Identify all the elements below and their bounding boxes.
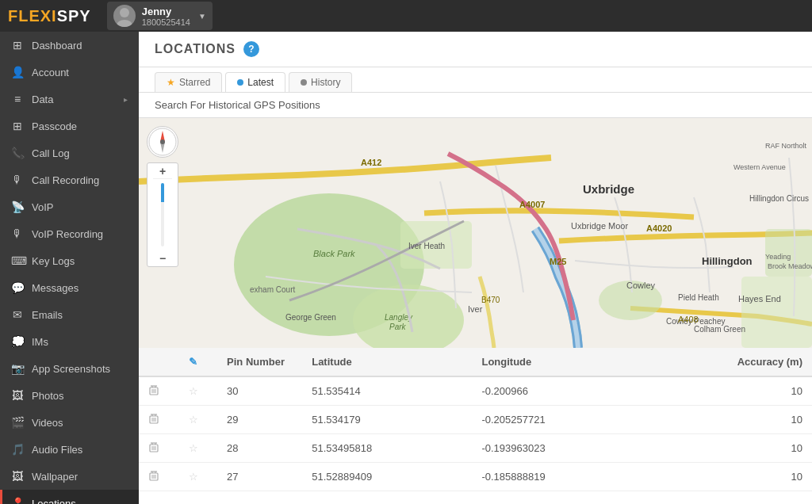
acc-col-header: Accuracy (m) [684, 348, 812, 376]
delete-cell[interactable] [139, 463, 179, 491]
longitude-cell: -0.193963023 [472, 434, 684, 463]
dot-icon [301, 79, 307, 86]
tab-history[interactable]: History [289, 72, 352, 92]
user-selector[interactable]: Jenny 1800525414 ▼ [107, 2, 213, 30]
sidebar-item-app-screenshots[interactable]: 📷 App Screenshots [0, 355, 139, 382]
delete-cell[interactable] [139, 406, 179, 434]
sidebar-item-voip-recording[interactable]: 🎙 VoIP Recording [0, 220, 139, 247]
table-header-row: ✎ Pin Number Latitude Longitude Accuracy… [139, 348, 812, 376]
sidebar-item-call-recording[interactable]: 🎙 Call Recording [0, 166, 139, 193]
sidebar-item-label: Photos [32, 390, 128, 402]
layout: ⊞ Dashboard 👤 Account ≡ Data ▸ ⊞ Passcod… [0, 32, 812, 504]
sidebar-item-emails[interactable]: ✉ Emails [0, 301, 139, 328]
svg-text:Hillingdon Circus: Hillingdon Circus [749, 194, 809, 203]
svg-text:A4007: A4007 [519, 200, 545, 209]
sidebar-item-passcode[interactable]: ⊞ Passcode [0, 113, 139, 139]
table-row: ☆ 30 51.535414 -0.200966 10 [139, 376, 812, 406]
voip-recording-icon: 🎙 [11, 227, 24, 240]
zoom-bar[interactable]: + − [147, 162, 178, 267]
sidebar-item-label: App Screenshots [32, 363, 128, 375]
sidebar-item-data[interactable]: ≡ Data ▸ [0, 86, 139, 113]
delete-cell[interactable] [139, 434, 179, 463]
sidebar-item-call-log[interactable]: 📞 Call Log [0, 139, 139, 166]
svg-text:Hillingdon: Hillingdon [702, 255, 753, 267]
accuracy-cell: 10 [684, 376, 812, 406]
main-content: LOCATIONS ? ★ Starred Latest History Sea… [139, 32, 812, 504]
app-screenshots-icon: 📷 [11, 362, 24, 375]
edit-col-header: ✎ [179, 348, 217, 376]
svg-text:Hayes End: Hayes End [738, 294, 781, 304]
pin-number-cell: 29 [217, 406, 302, 434]
svg-text:Park: Park [389, 323, 407, 331]
sidebar-item-label: Dashboard [32, 40, 128, 52]
sidebar-item-photos[interactable]: 🖼 Photos [0, 382, 139, 409]
locations-icon: 📍 [11, 497, 24, 504]
table-row: ☆ 29 51.534179 -0.205257721 10 [139, 406, 812, 434]
sidebar-item-label: Data [32, 94, 116, 105]
sidebar-item-dashboard[interactable]: ⊞ Dashboard [0, 32, 139, 59]
svg-text:A408: A408 [678, 315, 699, 324]
latitude-cell: 51.53495818 [302, 434, 472, 463]
wallpaper-icon: 🖼 [11, 470, 24, 483]
latitude-cell: 51.52889409 [302, 463, 472, 491]
tab-starred[interactable]: ★ Starred [155, 72, 222, 92]
tab-label: Latest [247, 77, 274, 88]
svg-text:Iver: Iver [468, 304, 483, 314]
edit-icon: ✎ [189, 356, 197, 368]
sidebar-item-account[interactable]: 👤 Account [0, 59, 139, 86]
accuracy-cell: 10 [684, 406, 812, 434]
svg-text:Western Avenue: Western Avenue [733, 163, 786, 171]
star-cell[interactable]: ☆ [179, 376, 217, 406]
tab-latest[interactable]: Latest [225, 72, 285, 92]
sidebar-item-label: Emails [32, 309, 128, 321]
topbar: FLEXISPY Jenny 1800525414 ▼ [0, 0, 812, 32]
svg-rect-10 [741, 277, 812, 348]
table-row: ☆ 28 51.53495818 -0.193963023 10 [139, 434, 812, 463]
data-table-container: ✎ Pin Number Latitude Longitude Accuracy… [139, 348, 812, 504]
svg-text:A412: A412 [361, 158, 381, 167]
sidebar-item-label: Passcode [32, 120, 128, 132]
sidebar: ⊞ Dashboard 👤 Account ≡ Data ▸ ⊞ Passcod… [0, 32, 139, 504]
help-icon[interactable]: ? [243, 41, 259, 57]
search-bar: Search For Historical GPS Positions [139, 93, 812, 118]
sidebar-item-label: Account [32, 67, 128, 78]
star-cell[interactable]: ☆ [179, 434, 217, 463]
pin-number-cell: 27 [217, 463, 302, 491]
sidebar-item-wallpaper[interactable]: 🖼 Wallpaper [0, 463, 139, 490]
latitude-cell: 51.535414 [302, 376, 472, 406]
zoom-out-button[interactable]: − [153, 250, 172, 266]
sidebar-item-label: Call Recording [32, 174, 128, 186]
svg-text:Cowley: Cowley [626, 281, 656, 290]
chevron-right-icon: ▸ [124, 95, 128, 104]
svg-point-0 [120, 8, 129, 17]
zoom-slider[interactable] [161, 183, 164, 246]
map-controls: + − [147, 126, 178, 267]
zoom-in-button[interactable]: + [153, 163, 172, 179]
sidebar-item-locations[interactable]: 📍 Locations [0, 490, 139, 504]
map-container[interactable]: Black Park Langley Park [139, 118, 812, 348]
star-icon: ☆ [189, 414, 198, 426]
sidebar-item-audio-files[interactable]: 🎵 Audio Files [0, 436, 139, 463]
svg-text:Yeading: Yeading [765, 253, 791, 261]
svg-text:exham Court: exham Court [250, 285, 295, 294]
sidebar-item-label: Videos [32, 417, 128, 429]
sidebar-item-ims[interactable]: 💭 IMs [0, 328, 139, 355]
star-icon: ☆ [189, 471, 198, 483]
star-cell[interactable]: ☆ [179, 406, 217, 434]
lat-col-header: Latitude [302, 348, 472, 376]
pin-col-header: Pin Number [217, 348, 302, 376]
svg-text:RAF Northolt: RAF Northolt [765, 142, 807, 150]
star-cell[interactable]: ☆ [179, 463, 217, 491]
pin-number-cell: 30 [217, 376, 302, 406]
dashboard-icon: ⊞ [11, 39, 24, 52]
delete-cell[interactable] [139, 376, 179, 406]
sidebar-item-key-logs[interactable]: ⌨ Key Logs [0, 247, 139, 274]
messages-icon: 💬 [11, 281, 24, 294]
sidebar-item-messages[interactable]: 💬 Messages [0, 274, 139, 301]
svg-text:Brook Meadow: Brook Meadow [768, 262, 812, 270]
chevron-down-icon: ▼ [198, 12, 206, 21]
sidebar-item-voip[interactable]: 📡 VoIP [0, 193, 139, 220]
sidebar-item-videos[interactable]: 🎬 Videos [0, 409, 139, 436]
compass-control[interactable] [147, 126, 178, 158]
svg-text:A4020: A4020 [646, 223, 672, 233]
